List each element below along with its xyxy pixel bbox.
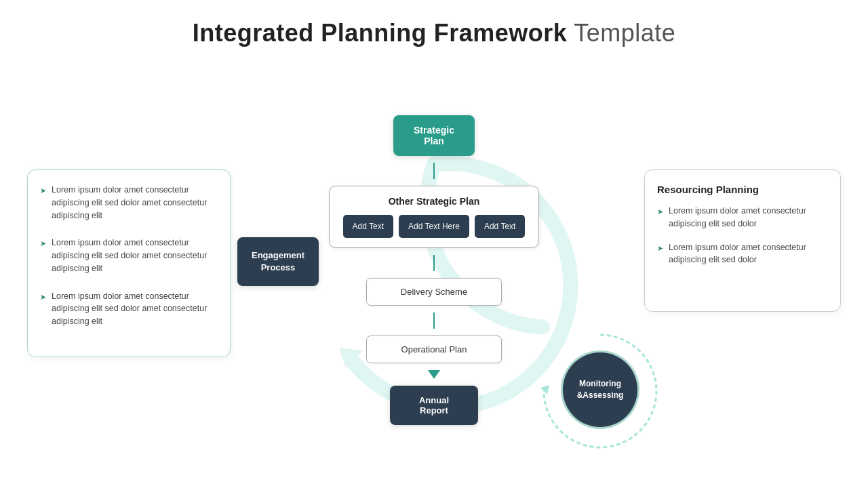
left-list-item-3: Lorem ipsum dolor amet consectetur adipi… <box>40 290 218 328</box>
add-text-btn-1[interactable]: Add Text <box>343 215 393 238</box>
other-strategic-heading: Other Strategic Plan <box>340 196 528 207</box>
add-text-here-btn[interactable]: Add Text Here <box>399 215 469 238</box>
resourcing-title: Resourcing Planning <box>657 184 828 195</box>
connector-line-3 <box>433 312 435 329</box>
center-column: Strategic Plan Other Strategic Plan Add … <box>329 115 539 425</box>
right-list-item-2: Lorem ipsum dolor amet consectetur adipi… <box>657 241 828 267</box>
left-list-item-2: Lorem ipsum dolor amet consectetur adipi… <box>40 237 218 274</box>
right-list-item-1: Lorem ipsum dolor amet consectetur adipi… <box>657 205 828 230</box>
right-info-box: Resourcing Planning Lorem ipsum dolor am… <box>644 169 841 312</box>
page-title: Integrated Planning Framework Template <box>0 0 868 47</box>
connector-line-1 <box>433 163 435 179</box>
right-list: Lorem ipsum dolor amet consectetur adipi… <box>657 205 828 266</box>
monitoring-circle-arrows <box>537 328 663 454</box>
left-list: Lorem ipsum dolor amet consectetur adipi… <box>40 184 218 328</box>
annual-report-box: Annual Report <box>390 386 478 425</box>
connector-line-2 <box>433 255 435 271</box>
sub-buttons-row: Add Text Add Text Here Add Text <box>340 215 528 238</box>
add-text-btn-3[interactable]: Add Text <box>475 215 525 238</box>
operational-plan-box: Operational Plan <box>366 336 502 363</box>
strategic-plan-box: Strategic Plan <box>393 115 475 156</box>
other-strategic-plan-box: Other Strategic Plan Add Text Add Text H… <box>329 186 539 248</box>
content-area: Lorem ipsum dolor amet consectetur adipi… <box>0 61 868 488</box>
down-arrow <box>428 370 440 379</box>
left-list-item-1: Lorem ipsum dolor amet consectetur adipi… <box>40 184 218 222</box>
delivery-scheme-box: Delivery Scheme <box>366 278 502 306</box>
svg-marker-2 <box>540 385 549 394</box>
left-info-box: Lorem ipsum dolor amet consectetur adipi… <box>27 169 231 357</box>
engagement-process-box: Engagement Process <box>237 237 319 286</box>
